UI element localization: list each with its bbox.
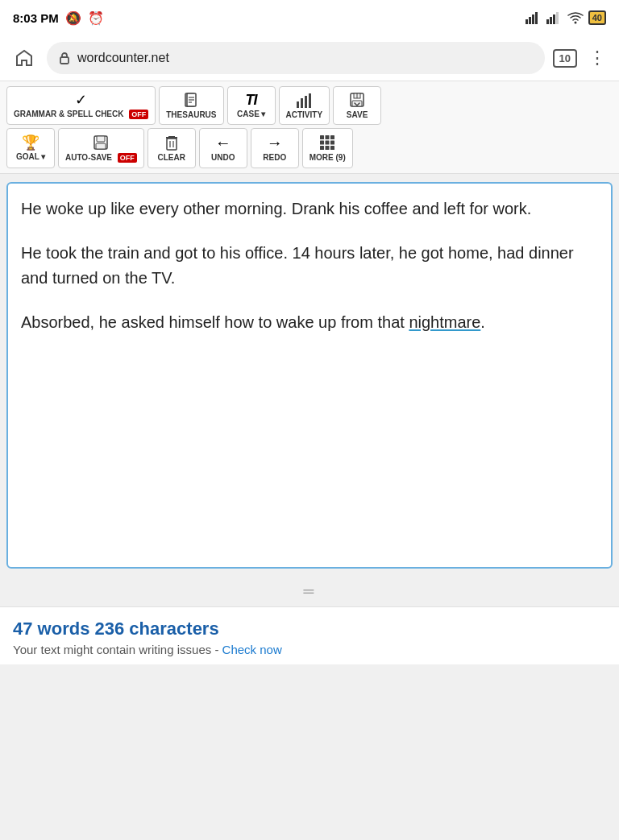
autosave-icon [93, 134, 109, 150]
case-icon: TI [246, 93, 257, 107]
svg-point-8 [574, 22, 576, 24]
autosave-label: AUTO-SAVE OFF [65, 153, 137, 163]
undo-icon: ← [215, 134, 231, 151]
svg-rect-0 [526, 19, 528, 24]
char-count: 236 [95, 619, 125, 639]
svg-rect-24 [97, 136, 105, 142]
toolbar-row-1: ✓ GRAMMAR & SPELL CHECK OFF THESAURUS TI… [6, 86, 613, 125]
status-right: 40 [526, 10, 606, 25]
more-icon [319, 134, 335, 151]
text-editor[interactable]: He woke up like every other morning. Dra… [6, 182, 613, 569]
checkmark-icon: ✓ [75, 93, 87, 107]
save-label: SAVE [347, 110, 368, 119]
svg-rect-30 [326, 135, 330, 139]
svg-rect-4 [546, 19, 549, 24]
status-bar: 8:03 PM 🔕 ⏰ 40 [0, 0, 619, 35]
word-char-count: 47 words 236 characters [13, 619, 606, 639]
redo-label: REDO [263, 153, 286, 162]
svg-rect-3 [535, 12, 538, 24]
clear-icon [164, 134, 180, 151]
autosave-button[interactable]: AUTO-SAVE OFF [58, 128, 144, 168]
status-left: 8:03 PM 🔕 ⏰ [13, 10, 104, 26]
url-bar[interactable]: wordcounter.net [47, 42, 545, 74]
svg-rect-35 [320, 146, 324, 150]
svg-rect-18 [309, 93, 311, 108]
word-count: 47 [13, 619, 32, 639]
autosave-off-badge: OFF [118, 153, 137, 163]
svg-rect-29 [320, 135, 324, 139]
signal2-icon [546, 11, 563, 24]
characters-label: characters [129, 619, 218, 639]
grammar-label: GRAMMAR & SPELL CHECK OFF [14, 110, 148, 119]
home-button[interactable] [10, 43, 39, 72]
activity-label: ACTIVITY [286, 110, 323, 119]
save-icon [349, 92, 365, 108]
goal-button[interactable]: 🏆 GOAL [6, 128, 55, 168]
svg-rect-17 [305, 96, 307, 108]
svg-rect-37 [330, 146, 334, 150]
toolbar: ✓ GRAMMAR & SPELL CHECK OFF THESAURUS TI… [0, 81, 619, 174]
browser-menu-button[interactable]: ⋮ [585, 48, 609, 68]
redo-icon: → [267, 134, 283, 151]
clear-button[interactable]: CLEAR [147, 128, 196, 168]
svg-rect-33 [326, 141, 330, 145]
browser-bar: wordcounter.net 10 ⋮ [0, 35, 619, 81]
svg-rect-32 [320, 141, 324, 145]
svg-rect-34 [330, 141, 334, 145]
goal-icon: 🏆 [22, 135, 39, 150]
thesaurus-button[interactable]: THESAURUS [159, 86, 223, 125]
redo-button[interactable]: → REDO [251, 128, 299, 168]
clear-label: CLEAR [158, 153, 185, 162]
thesaurus-icon [183, 92, 199, 108]
svg-rect-26 [167, 139, 177, 150]
underlined-word: nightmare [409, 313, 480, 331]
alarm-icon: ⏰ [88, 10, 104, 26]
svg-rect-7 [556, 12, 559, 24]
svg-rect-31 [330, 135, 334, 139]
svg-rect-2 [532, 14, 534, 24]
paragraph-3: Absorbed, he asked himself how to wake u… [21, 310, 598, 335]
thesaurus-label: THESAURUS [166, 110, 216, 119]
editor-content: He woke up like every other morning. Dra… [21, 197, 598, 335]
words-label: words [38, 619, 95, 639]
grammar-spell-button[interactable]: ✓ GRAMMAR & SPELL CHECK OFF [6, 86, 156, 125]
more-label: MORE (9) [310, 153, 346, 162]
time: 8:03 PM [13, 11, 59, 25]
svg-rect-6 [553, 14, 555, 24]
svg-rect-1 [529, 17, 531, 24]
stats-bar: 47 words 236 characters Your text might … [0, 606, 619, 664]
activity-button[interactable]: ACTIVITY [279, 86, 330, 125]
save-button[interactable]: SAVE [333, 86, 381, 125]
case-label: CASE [237, 110, 265, 118]
signal-icon [526, 11, 542, 24]
lock-icon [58, 52, 71, 64]
more-button[interactable]: MORE (9) [302, 128, 353, 168]
goal-label: GOAL [16, 152, 45, 161]
undo-label: UNDO [211, 153, 235, 162]
wifi-icon [567, 11, 584, 24]
svg-rect-36 [326, 146, 330, 150]
paragraph-1: He woke up like every other morning. Dra… [21, 197, 598, 221]
activity-icon [296, 93, 312, 108]
grammar-off-badge: OFF [129, 110, 148, 119]
toolbar-row-2: 🏆 GOAL AUTO-SAVE OFF [6, 128, 613, 168]
check-now-link[interactable]: Check now [222, 643, 282, 656]
svg-rect-9 [60, 57, 69, 64]
notification-off-icon: 🔕 [65, 10, 81, 26]
scrollbar: ═ [0, 577, 619, 603]
svg-rect-16 [301, 98, 303, 108]
undo-button[interactable]: ← UNDO [199, 128, 247, 168]
battery-icon: 40 [588, 10, 606, 25]
url-text: wordcounter.net [77, 51, 169, 65]
paragraph-2: He took the train and got to his office.… [21, 241, 598, 291]
svg-rect-5 [550, 17, 552, 24]
svg-rect-15 [297, 101, 299, 108]
writing-issues-hint: Your text might contain writing issues -… [13, 643, 606, 656]
svg-rect-25 [96, 143, 106, 149]
tab-count[interactable]: 10 [553, 49, 577, 68]
case-button[interactable]: TI CASE [227, 86, 276, 125]
